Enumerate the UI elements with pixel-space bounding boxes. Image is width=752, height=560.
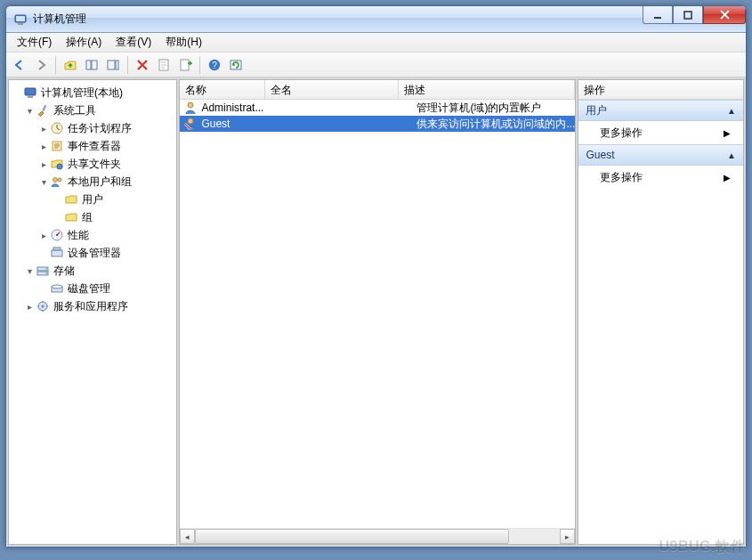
- device-icon: [50, 246, 64, 260]
- tree-task-scheduler[interactable]: ▸ 任务计划程序: [11, 119, 174, 137]
- svg-point-23: [56, 234, 58, 236]
- tree-root[interactable]: 计算机管理(本地): [11, 84, 174, 101]
- delete-button[interactable]: [133, 55, 152, 75]
- actions-group-users[interactable]: 用户 ▲: [578, 100, 743, 121]
- refresh-button[interactable]: [226, 55, 246, 75]
- svg-rect-3: [654, 17, 661, 19]
- cell-name: Administrat...: [201, 101, 283, 114]
- show-hide-actions-button[interactable]: [103, 55, 123, 75]
- actions-item-label: 更多操作: [600, 126, 643, 141]
- scroll-left-button[interactable]: ◂: [180, 529, 195, 544]
- tree-pane: 计算机管理(本地) ▾ 系统工具 ▸ 任务计划程序 ▸ 事件查看器: [8, 79, 177, 545]
- mmc-window: 计算机管理 文件(F) 操作(A) 查看(V) 帮助(H) ?: [5, 5, 747, 548]
- tree-label: 共享文件夹: [68, 157, 121, 172]
- up-level-button[interactable]: [61, 55, 80, 75]
- back-button[interactable]: [10, 55, 29, 75]
- caret-right-icon: ▸: [37, 159, 50, 169]
- window-title: 计算机管理: [33, 12, 746, 27]
- list-row-guest[interactable]: Guest 供来宾访问计算机或访问域的内...: [180, 116, 575, 132]
- tree-system-tools[interactable]: ▾ 系统工具: [11, 101, 174, 119]
- folder-icon: [64, 192, 78, 207]
- svg-rect-6: [92, 61, 97, 69]
- menu-action[interactable]: 操作(A): [59, 33, 109, 52]
- svg-rect-15: [28, 96, 33, 98]
- submenu-icon: ▶: [724, 173, 731, 183]
- scroll-right-button[interactable]: ▸: [560, 529, 575, 544]
- svg-point-20: [53, 178, 58, 183]
- svg-text:?: ?: [212, 61, 217, 70]
- column-headers: 名称 全名 描述: [180, 80, 575, 100]
- shared-folder-icon: [50, 157, 64, 171]
- svg-point-28: [45, 268, 47, 270]
- col-fullname[interactable]: 全名: [265, 80, 399, 99]
- show-hide-tree-button[interactable]: [82, 55, 101, 75]
- tree-shared-folders[interactable]: ▸ 共享文件夹: [11, 155, 174, 173]
- list-body: Administrat... 管理计算机(域)的内置帐户 Guest 供来宾访问…: [180, 100, 575, 528]
- tree-event-viewer[interactable]: ▸ 事件查看器: [11, 137, 174, 155]
- horizontal-scrollbar[interactable]: ◂ ▸: [180, 528, 575, 544]
- actions-group-title: Guest: [586, 149, 614, 161]
- help-button[interactable]: ?: [205, 55, 224, 75]
- services-icon: [36, 299, 50, 313]
- svg-point-29: [45, 272, 47, 274]
- minimize-button[interactable]: [643, 6, 673, 24]
- tree-label: 性能: [68, 228, 89, 243]
- content-area: 计算机管理(本地) ▾ 系统工具 ▸ 任务计划程序 ▸ 事件查看器: [6, 77, 746, 547]
- actions-pane: 操作 用户 ▲ 更多操作 ▶ Guest ▲ 更多操作 ▶: [578, 79, 744, 545]
- col-name[interactable]: 名称: [180, 80, 265, 99]
- actions-group-title: 用户: [586, 103, 607, 118]
- forward-button[interactable]: [31, 55, 51, 75]
- actions-header: 操作: [578, 80, 743, 100]
- menu-help[interactable]: 帮助(H): [158, 33, 209, 52]
- close-button[interactable]: [703, 6, 746, 24]
- caret-down-icon: ▾: [23, 266, 36, 276]
- svg-rect-1: [18, 23, 23, 25]
- tree-label: 设备管理器: [68, 246, 121, 261]
- export-list-button[interactable]: [175, 55, 195, 75]
- submenu-icon: ▶: [724, 128, 731, 138]
- menu-view[interactable]: 查看(V): [109, 33, 158, 52]
- tree: 计算机管理(本地) ▾ 系统工具 ▸ 任务计划程序 ▸ 事件查看器: [9, 80, 176, 544]
- user-disabled-icon: [183, 117, 198, 131]
- actions-item-more-guest[interactable]: 更多操作 ▶: [578, 166, 743, 189]
- list-row-administrator[interactable]: Administrat... 管理计算机(域)的内置帐户: [180, 100, 575, 116]
- scroll-thumb[interactable]: [195, 529, 509, 544]
- cell-description: 管理计算机(域)的内置帐户: [416, 101, 575, 116]
- collapse-icon: ▲: [727, 106, 736, 116]
- tree-label: 本地用户和组: [68, 174, 132, 190]
- computer-icon: [23, 85, 37, 100]
- svg-rect-25: [53, 248, 61, 250]
- actions-group-guest[interactable]: Guest ▲: [578, 144, 743, 166]
- caret-down-icon: ▾: [23, 106, 36, 116]
- tree-performance[interactable]: ▸ 性能: [11, 226, 174, 244]
- maximize-button[interactable]: [673, 6, 703, 24]
- tree-label: 服务和应用程序: [53, 299, 128, 314]
- titlebar[interactable]: 计算机管理: [6, 6, 746, 33]
- svg-point-34: [188, 102, 193, 108]
- tree-storage[interactable]: ▾ 存储: [11, 262, 174, 280]
- tree-groups[interactable]: 组: [11, 208, 174, 226]
- tree-label: 存储: [53, 264, 75, 279]
- caret-down-icon: ▾: [37, 177, 50, 187]
- tree-users[interactable]: 用户: [11, 191, 174, 208]
- svg-point-21: [58, 178, 61, 182]
- properties-button[interactable]: [154, 55, 174, 75]
- toolbar-separator: [199, 56, 200, 74]
- watermark-text: U9BUG.軟件: [659, 538, 745, 556]
- tree-label: 计算机管理(本地): [41, 85, 123, 101]
- actions-item-more-users[interactable]: 更多操作 ▶: [578, 121, 743, 144]
- tree-disk-management[interactable]: 磁盘管理: [11, 280, 174, 297]
- svg-point-19: [57, 164, 62, 169]
- tree-services-apps[interactable]: ▸ 服务和应用程序: [11, 297, 174, 315]
- scroll-track[interactable]: [195, 529, 560, 544]
- svg-rect-2: [16, 16, 25, 21]
- caret-right-icon: ▸: [37, 231, 50, 240]
- toolbar: ?: [6, 53, 746, 77]
- tree-local-users-groups[interactable]: ▾ 本地用户和组: [11, 173, 174, 191]
- svg-rect-7: [108, 61, 115, 69]
- svg-rect-10: [181, 60, 189, 70]
- menu-file[interactable]: 文件(F): [10, 33, 59, 52]
- col-description[interactable]: 描述: [399, 80, 575, 99]
- toolbar-separator: [55, 56, 56, 74]
- tree-device-manager[interactable]: 设备管理器: [11, 244, 174, 262]
